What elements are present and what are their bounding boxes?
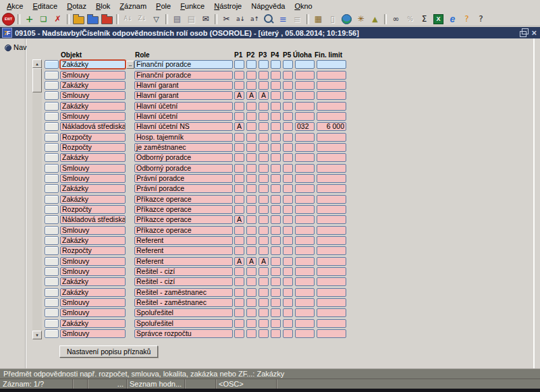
document-button[interactable]: ▯ [325, 13, 340, 25]
sort-ascending-button[interactable]: A↓ [121, 13, 135, 25]
mountain-alert-button[interactable]: ▲ [368, 13, 382, 25]
restore-icon[interactable] [520, 31, 526, 37]
p2-field[interactable] [246, 226, 256, 235]
record-selector[interactable] [45, 277, 59, 286]
p5-field[interactable] [283, 112, 293, 121]
p2-field[interactable] [246, 184, 256, 193]
p3-field[interactable] [259, 329, 269, 338]
scrollbar-track[interactable] [32, 68, 42, 331]
p4-field[interactable] [271, 226, 281, 235]
p1-field[interactable] [234, 226, 244, 235]
duplicate-record-button[interactable]: ❏ [36, 13, 51, 25]
p2-field[interactable]: A [246, 257, 256, 266]
objekt-field[interactable]: Smlouvy [60, 71, 126, 80]
uloha-field[interactable] [295, 226, 315, 235]
record-selector[interactable] [45, 215, 59, 224]
objekt-field[interactable]: Zakázky [60, 236, 126, 245]
p5-field[interactable] [283, 122, 293, 131]
menu-item-nastroje[interactable]: Nástroje [209, 1, 246, 11]
objekt-field[interactable]: Smlouvy [60, 164, 126, 173]
scroll-down-button[interactable]: ▼ [32, 331, 42, 339]
p3-field[interactable] [259, 122, 269, 131]
record-selector[interactable] [45, 288, 59, 297]
fin-limit-field[interactable] [317, 308, 346, 317]
p5-field[interactable] [283, 91, 293, 100]
fin-limit-field[interactable]: 6 000 [317, 122, 346, 131]
p3-field[interactable] [259, 102, 269, 111]
fin-limit-field[interactable] [317, 71, 346, 80]
objekt-field[interactable]: Rozpočty [60, 246, 126, 255]
p4-field[interactable] [271, 246, 281, 255]
p2-field[interactable] [246, 143, 256, 152]
fin-limit-field[interactable] [317, 236, 346, 245]
p2-field[interactable] [246, 153, 256, 162]
p2-field[interactable] [246, 112, 256, 121]
cut-button[interactable]: ✂ [219, 13, 234, 25]
uloha-field[interactable] [295, 184, 315, 193]
record-selector[interactable] [45, 122, 59, 131]
record-selector[interactable] [45, 153, 59, 162]
objekt-field[interactable]: Zakázky [60, 319, 126, 328]
p4-field[interactable] [271, 308, 281, 317]
red-folder-button[interactable] [100, 13, 114, 25]
p5-field[interactable] [283, 174, 293, 183]
p1-field[interactable] [234, 319, 244, 328]
uloha-field[interactable] [295, 195, 315, 204]
p2-field[interactable] [246, 236, 256, 245]
p4-field[interactable] [271, 153, 281, 162]
p3-field[interactable] [259, 319, 269, 328]
p5-field[interactable] [283, 298, 293, 307]
objekt-field[interactable]: Smlouvy [60, 308, 126, 317]
fin-limit-field[interactable] [317, 267, 346, 276]
uloha-field[interactable] [295, 153, 315, 162]
fin-limit-field[interactable] [317, 246, 346, 255]
objekt-field[interactable]: Smlouvy [60, 267, 126, 276]
p4-field[interactable] [271, 60, 281, 69]
glasses-button[interactable]: ∞ [389, 13, 403, 25]
p1-field[interactable] [234, 112, 244, 121]
uloha-field[interactable] [295, 257, 315, 266]
objekt-field[interactable]: Nákladová střediska [60, 122, 126, 131]
p5-field[interactable] [283, 102, 293, 111]
uloha-field[interactable] [295, 205, 315, 214]
p3-field[interactable] [259, 195, 269, 204]
menu-item-zaznam[interactable]: Záznam [115, 1, 151, 11]
p1-field[interactable] [234, 164, 244, 173]
p1-field[interactable] [234, 143, 244, 152]
p4-field[interactable] [271, 298, 281, 307]
p4-field[interactable] [271, 236, 281, 245]
uloha-field[interactable] [295, 215, 315, 224]
record-selector[interactable] [45, 71, 59, 80]
objekt-field[interactable]: Zakázky [60, 195, 126, 204]
p5-field[interactable] [283, 143, 293, 152]
p4-field[interactable] [271, 71, 281, 80]
menu-item-dotaz[interactable]: Dotaz [62, 1, 91, 11]
record-selector[interactable] [45, 184, 59, 193]
p2-field[interactable] [246, 308, 256, 317]
menu-item-okno[interactable]: Okno [290, 1, 317, 11]
fin-limit-field[interactable] [317, 184, 346, 193]
p5-field[interactable] [283, 288, 293, 297]
p2-field[interactable] [246, 102, 256, 111]
uloha-field[interactable] [295, 236, 315, 245]
p4-field[interactable] [271, 102, 281, 111]
p1-field[interactable] [234, 195, 244, 204]
p5-field[interactable] [283, 81, 293, 90]
record-selector[interactable] [45, 308, 59, 317]
p1-field[interactable] [234, 246, 244, 255]
record-selector[interactable] [45, 205, 59, 214]
role-field[interactable]: Příkazce operace [134, 205, 233, 214]
p1-field[interactable] [234, 308, 244, 317]
p3-field[interactable] [259, 184, 269, 193]
record-selector[interactable] [45, 133, 59, 142]
objekt-field[interactable]: Zakázky [60, 102, 126, 111]
gauge-button[interactable]: % [403, 13, 417, 25]
p2-field[interactable] [246, 164, 256, 173]
p5-field[interactable] [283, 133, 293, 142]
fin-limit-field[interactable] [317, 91, 346, 100]
uloha-field[interactable] [295, 246, 315, 255]
uloha-field[interactable] [295, 308, 315, 317]
role-field[interactable]: Spoluřešitel [134, 308, 233, 317]
role-field[interactable]: Referent [134, 246, 233, 255]
p4-field[interactable] [271, 319, 281, 328]
